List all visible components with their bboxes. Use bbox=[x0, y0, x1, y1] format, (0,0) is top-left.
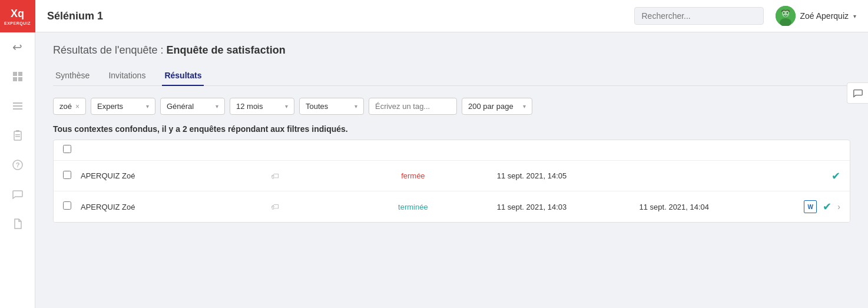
sidebar-list[interactable] bbox=[0, 91, 35, 121]
sidebar-clipboard[interactable] bbox=[0, 121, 35, 150]
table-row: APERQUIZ Zoé 🏷 terminée 11 sept. 2021, 1… bbox=[54, 191, 850, 222]
document-icon bbox=[12, 218, 24, 230]
main-area: Sélénium 1 Zoé Aperquiz ▾ Résultats de l… bbox=[35, 0, 868, 308]
svg-rect-9 bbox=[15, 134, 20, 135]
svg-rect-10 bbox=[15, 136, 20, 137]
tag-icon-2: 🏷 bbox=[271, 202, 279, 211]
row-checkbox-2[interactable] bbox=[63, 201, 71, 210]
per-page-label: 200 par page bbox=[468, 102, 519, 111]
app-title: Sélénium 1 bbox=[47, 10, 634, 22]
sidebar-help[interactable]: ? bbox=[0, 150, 35, 180]
svg-rect-5 bbox=[13, 105, 22, 107]
sidebar-document[interactable] bbox=[0, 209, 35, 239]
row-expand-icon[interactable]: › bbox=[837, 202, 840, 211]
sidebar: Xq EXPERQUIZ ↩ ? bbox=[0, 0, 35, 308]
enquete-name: Enquête de satisfaction bbox=[167, 44, 286, 56]
svg-rect-7 bbox=[14, 131, 21, 140]
sidebar-back[interactable]: ↩ bbox=[0, 32, 35, 62]
row-checkbox-1[interactable] bbox=[63, 171, 71, 179]
back-icon: ↩ bbox=[12, 40, 22, 54]
chat-icon bbox=[12, 188, 24, 200]
tab-resultats[interactable]: Résultats bbox=[162, 66, 204, 86]
tabs-container: Synthèse Invitations Résultats bbox=[53, 66, 850, 86]
status-filter-label: Toutes bbox=[306, 102, 351, 111]
tab-synthese[interactable]: Synthèse bbox=[53, 66, 92, 86]
page-heading: Résultats de l'enquête : Enquête de sati… bbox=[53, 44, 850, 57]
date1-1: 11 sept. 2021, 14:05 bbox=[460, 171, 603, 180]
logo-text: Xq bbox=[11, 8, 24, 20]
experts-filter[interactable]: Experts ▾ bbox=[91, 98, 155, 115]
logo-sub: EXPERQUIZ bbox=[4, 21, 31, 25]
help-icon: ? bbox=[12, 159, 24, 171]
header: Sélénium 1 Zoé Aperquiz ▾ bbox=[35, 0, 868, 32]
search-filter-close-icon[interactable]: × bbox=[75, 102, 79, 111]
period-filter-label: 12 mois bbox=[236, 102, 281, 111]
avatar bbox=[776, 6, 796, 26]
search-input[interactable] bbox=[634, 7, 764, 25]
status-badge-2: terminée bbox=[398, 203, 428, 211]
check-icon-1: ✔ bbox=[831, 170, 840, 183]
breadcrumb: Résultats de l'enquête : bbox=[53, 44, 164, 56]
results-summary: Tous contextes confondus, il y a 2 enquê… bbox=[53, 124, 850, 134]
chat-float-icon bbox=[853, 88, 863, 98]
period-chevron-icon: ▾ bbox=[285, 103, 288, 110]
select-all-checkbox[interactable] bbox=[63, 145, 71, 153]
sidebar-chat[interactable] bbox=[0, 180, 35, 209]
chat-float-button[interactable] bbox=[847, 82, 868, 104]
date2-2: 11 sept. 2021, 14:04 bbox=[603, 203, 746, 211]
word-export-icon[interactable]: W bbox=[804, 200, 817, 213]
username-label: Zoé Aperquiz bbox=[800, 11, 849, 21]
tag-input[interactable] bbox=[369, 98, 457, 115]
search-filter-value: zoé bbox=[59, 102, 72, 111]
svg-rect-8 bbox=[16, 130, 19, 132]
period-filter[interactable]: 12 mois ▾ bbox=[230, 98, 294, 115]
svg-rect-2 bbox=[13, 77, 17, 81]
check-icon-2: ✔ bbox=[823, 200, 831, 213]
list-icon bbox=[12, 100, 24, 112]
row-name-1: APERQUIZ Zoé bbox=[81, 171, 271, 180]
svg-rect-1 bbox=[18, 72, 22, 76]
per-page-filter[interactable]: 200 par page ▾ bbox=[462, 98, 532, 115]
table-row: APERQUIZ Zoé 🏷 fermée 11 sept. 2021, 14:… bbox=[54, 161, 850, 191]
svg-point-17 bbox=[786, 12, 787, 14]
status-chevron-icon: ▾ bbox=[355, 103, 357, 110]
user-menu[interactable]: Zoé Aperquiz ▾ bbox=[776, 6, 857, 26]
search-filter-chip[interactable]: zoé × bbox=[53, 98, 86, 115]
filters-bar: zoé × Experts ▾ Général ▾ 12 mois ▾ Tout… bbox=[53, 98, 850, 115]
date1-2: 11 sept. 2021, 14:03 bbox=[460, 203, 603, 211]
content-area: Résultats de l'enquête : Enquête de sati… bbox=[35, 32, 868, 308]
results-table: APERQUIZ Zoé 🏷 fermée 11 sept. 2021, 14:… bbox=[53, 140, 850, 223]
sidebar-grid[interactable] bbox=[0, 62, 35, 91]
row-name-2: APERQUIZ Zoé bbox=[81, 203, 271, 211]
svg-rect-3 bbox=[18, 77, 22, 81]
general-filter[interactable]: Général ▾ bbox=[160, 98, 225, 115]
per-page-chevron-icon: ▾ bbox=[523, 103, 526, 110]
svg-rect-4 bbox=[13, 102, 22, 104]
svg-rect-0 bbox=[13, 72, 17, 76]
general-filter-label: Général bbox=[167, 102, 212, 111]
experts-chevron-icon: ▾ bbox=[146, 103, 149, 110]
grid-icon bbox=[12, 71, 24, 82]
svg-rect-6 bbox=[13, 108, 22, 110]
svg-point-16 bbox=[783, 12, 784, 14]
table-header-row bbox=[54, 140, 850, 161]
row-actions-2: W ✔ › bbox=[746, 200, 840, 213]
row-actions-1: ✔ bbox=[746, 170, 840, 183]
experts-filter-label: Experts bbox=[97, 102, 143, 111]
tag-icon-1: 🏷 bbox=[271, 171, 279, 181]
status-badge-1: fermée bbox=[401, 171, 425, 180]
app-logo[interactable]: Xq EXPERQUIZ bbox=[0, 0, 35, 32]
user-chevron-icon: ▾ bbox=[853, 13, 856, 19]
general-chevron-icon: ▾ bbox=[216, 103, 218, 110]
clipboard-icon bbox=[12, 130, 24, 141]
tab-invitations[interactable]: Invitations bbox=[106, 66, 148, 86]
svg-text:?: ? bbox=[15, 161, 19, 168]
status-filter[interactable]: Toutes ▾ bbox=[299, 98, 364, 115]
